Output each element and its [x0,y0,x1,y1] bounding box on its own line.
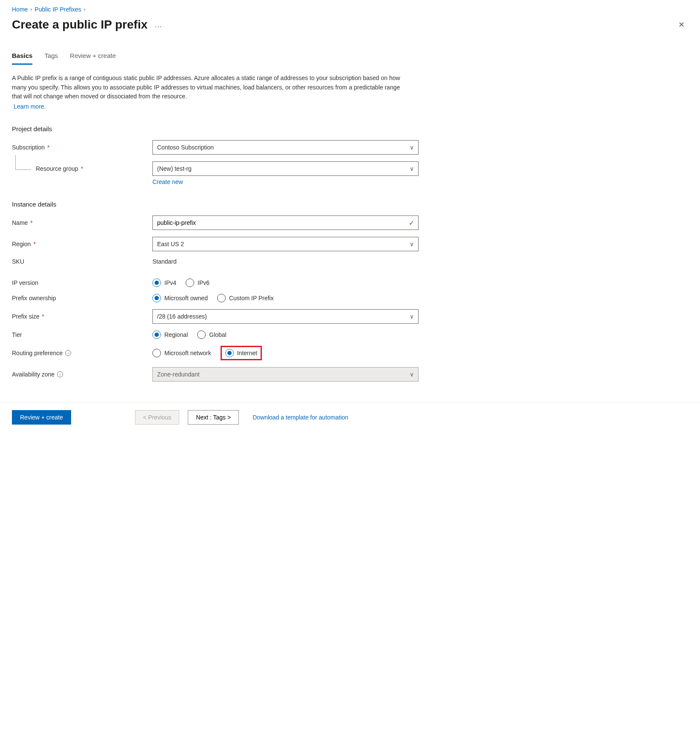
routing-microsoft-network[interactable]: Microsoft network [152,349,211,357]
subscription-select[interactable]: Contoso Subscription ∨ [152,140,419,155]
ownership-custom[interactable]: Custom IP Prefix [217,294,274,302]
region-label: Region* [12,241,152,247]
ipversion-ipv4[interactable]: IPv4 [152,279,176,287]
routing-internet[interactable]: Internet [225,349,257,357]
sku-value: Standard [152,258,177,265]
breadcrumb: Home › Public IP Prefixes › [12,6,688,13]
name-label: Name* [12,219,152,226]
resource-group-label: Resource group* [12,165,152,172]
footer: Review + create < Previous Next : Tags >… [0,402,700,432]
create-new-rg-link[interactable]: Create new [152,178,183,185]
page-title: Create a public IP prefix [12,18,148,32]
availability-zone-label: Availability zone i [12,371,152,378]
name-input[interactable] [152,215,419,230]
chevron-right-icon: › [30,6,32,12]
tab-tags[interactable]: Tags [44,52,58,65]
description-text: A Public IP prefix is a range of contigu… [12,74,404,101]
tier-regional[interactable]: Regional [152,330,188,339]
resource-group-select[interactable]: (New) test-rg ∨ [152,161,419,176]
learn-more-link[interactable]: Learn more. [14,103,46,110]
tier-global[interactable]: Global [197,330,226,339]
breadcrumb-home[interactable]: Home [12,6,28,13]
sku-label: SKU [12,258,152,265]
breadcrumb-parent[interactable]: Public IP Prefixes [34,6,81,13]
tabs: Basics Tags Review + create [12,52,688,65]
info-icon[interactable]: i [57,371,63,377]
chevron-right-icon: › [84,6,86,12]
subscription-label: Subscription* [12,144,152,151]
tier-label: Tier [12,331,152,338]
download-template-link[interactable]: Download a template for automation [252,414,348,421]
chevron-down-icon: ∨ [410,165,414,172]
previous-button: < Previous [135,410,180,425]
close-icon[interactable]: ✕ [675,18,688,31]
tab-review-create[interactable]: Review + create [70,52,116,65]
ipversion-ipv6[interactable]: IPv6 [186,279,209,287]
review-create-button[interactable]: Review + create [12,410,71,425]
routing-preference-label: Routing preference i [12,350,152,356]
prefix-size-select[interactable]: /28 (16 addresses) ∨ [152,309,419,324]
section-project-details: Project details [12,125,688,132]
section-instance-details: Instance details [12,201,688,208]
info-icon[interactable]: i [65,350,71,356]
ownership-microsoft[interactable]: Microsoft owned [152,294,208,302]
tab-basics[interactable]: Basics [12,52,32,65]
checkmark-icon: ✓ [409,219,414,227]
more-menu-icon[interactable]: … [155,20,163,29]
chevron-down-icon: ∨ [410,144,414,151]
chevron-down-icon: ∨ [410,371,414,378]
prefix-size-label: Prefix size* [12,313,152,320]
prefix-ownership-label: Prefix ownership [12,295,152,302]
chevron-down-icon: ∨ [410,313,414,320]
region-select[interactable]: East US 2 ∨ [152,237,419,251]
next-button[interactable]: Next : Tags > [188,410,239,425]
chevron-down-icon: ∨ [410,241,414,247]
ipversion-label: IP version [12,279,152,286]
availability-zone-select: Zone-redundant ∨ [152,367,419,382]
